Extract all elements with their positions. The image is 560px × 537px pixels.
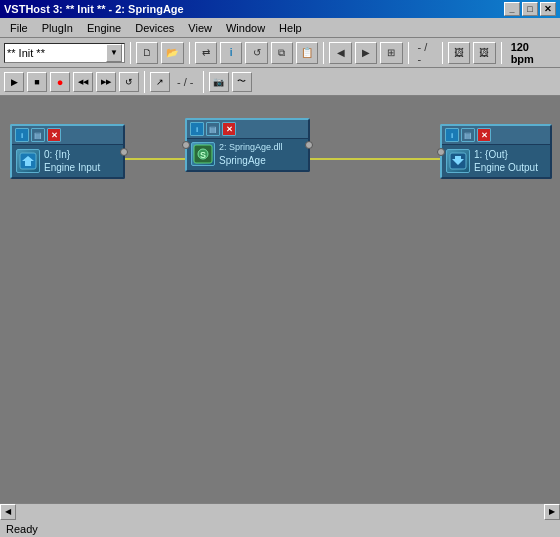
engine-input-num: 0: {In} (44, 148, 100, 161)
engine-input-info-icon[interactable]: i (15, 128, 29, 142)
spring-age-body: S 2: SpringAge.dll SpringAge (187, 139, 308, 170)
spring-age-close-icon[interactable]: ✕ (222, 122, 236, 136)
menu-engine[interactable]: Engine (81, 20, 127, 36)
extra1-button[interactable]: ⊞ (380, 42, 402, 64)
maximize-button[interactable]: □ (522, 2, 538, 16)
engine-input-text: Engine Input (44, 161, 100, 174)
sep7 (144, 71, 145, 93)
spring-age-connector-right[interactable] (305, 141, 313, 149)
engine-output-edit-icon[interactable]: ▤ (461, 128, 475, 142)
svg-text:S: S (200, 150, 206, 160)
spring-age-edit-icon[interactable]: ▤ (206, 122, 220, 136)
toolbar-2: ▶ ■ ● ◀◀ ▶▶ ↺ ↗ - / - 📷 〜 (0, 68, 560, 96)
info-button[interactable]: i (220, 42, 242, 64)
spring-age-icon: S (191, 142, 215, 166)
title-bar: VSTHost 3: ** Init ** - 2: SpringAge _ □… (0, 0, 560, 18)
sep3 (323, 42, 324, 64)
engine-output-icons: i ▤ ✕ (445, 128, 491, 142)
bpm-display: 120 bpm (507, 39, 556, 67)
spring-age-connector-left[interactable] (182, 141, 190, 149)
engine-input-icons: i ▤ ✕ (15, 128, 61, 142)
engine-output-num: 1: {Out} (474, 148, 538, 161)
spring-age-text: SpringAge (219, 154, 283, 167)
camera-button[interactable]: 📷 (209, 72, 229, 92)
status-text: Ready (6, 523, 38, 535)
fastforward-button[interactable]: ▶▶ (96, 72, 116, 92)
engine-input-icon (16, 149, 40, 173)
forward-button[interactable]: ▶ (355, 42, 377, 64)
copy-button[interactable]: ⧉ (271, 42, 293, 64)
menu-file[interactable]: File (4, 20, 34, 36)
engine-output-label: 1: {Out} Engine Output (474, 148, 538, 174)
engine-output-icon (446, 149, 470, 173)
spring-age-header: i ▤ ✕ (187, 120, 308, 139)
rewind-button[interactable]: ◀◀ (73, 72, 93, 92)
engine-output-header: i ▤ ✕ (442, 126, 550, 145)
window-title: VSTHost 3: ** Init ** - 2: SpringAge (4, 3, 184, 15)
preset-label: ** Init ** (7, 47, 45, 59)
spring-age-num: 2: SpringAge.dll (219, 142, 283, 154)
pos2-label: - / - (173, 76, 198, 88)
close-button[interactable]: ✕ (540, 2, 556, 16)
open-button[interactable]: 📂 (161, 42, 183, 64)
engine-input-edit-icon[interactable]: ▤ (31, 128, 45, 142)
spring-age-label: 2: SpringAge.dll SpringAge (219, 142, 283, 167)
image2-button[interactable]: 🖼 (473, 42, 495, 64)
play-button[interactable]: ▶ (4, 72, 24, 92)
sep8 (203, 71, 204, 93)
engine-output-info-icon[interactable]: i (445, 128, 459, 142)
paste-button[interactable]: 📋 (296, 42, 318, 64)
loop-transport-button[interactable]: ↺ (119, 72, 139, 92)
engine-input-body: 0: {In} Engine Input (12, 145, 123, 177)
pos-label: - / - (414, 41, 437, 65)
minimize-button[interactable]: _ (504, 2, 520, 16)
export-button[interactable]: ↗ (150, 72, 170, 92)
engine-output-node: i ▤ ✕ 1: {Out} Engine Output (440, 124, 552, 179)
preset-dropdown-arrow[interactable]: ▼ (106, 44, 122, 62)
spring-age-info-icon[interactable]: i (190, 122, 204, 136)
engine-input-connector-right[interactable] (120, 148, 128, 156)
back-button[interactable]: ◀ (329, 42, 351, 64)
engine-output-connector-left[interactable] (437, 148, 445, 156)
engine-output-close-icon[interactable]: ✕ (477, 128, 491, 142)
menu-bar: File PlugIn Engine Devices View Window H… (0, 18, 560, 38)
sep6 (501, 42, 502, 64)
menu-help[interactable]: Help (273, 20, 308, 36)
spring-age-icons: i ▤ ✕ (190, 122, 236, 136)
scroll-right-button[interactable]: ▶ (544, 504, 560, 520)
spring-age-node: i ▤ ✕ S 2: SpringAge.dll SpringAge (185, 118, 310, 172)
toolbar-1: ** Init ** ▼ 🗋 📂 ⇄ i ↺ ⧉ 📋 ◀ ▶ ⊞ - / - 🖼… (0, 38, 560, 68)
status-bar: Ready (0, 519, 560, 537)
sep4 (408, 42, 409, 64)
engine-input-close-icon[interactable]: ✕ (47, 128, 61, 142)
record-button[interactable]: ● (50, 72, 70, 92)
sep2 (189, 42, 190, 64)
canvas-inner: i ▤ ✕ 0: {In} Engine Input (0, 96, 560, 503)
menu-plugin[interactable]: PlugIn (36, 20, 79, 36)
menu-view[interactable]: View (182, 20, 218, 36)
engine-output-text: Engine Output (474, 161, 538, 174)
wave-button[interactable]: 〜 (232, 72, 252, 92)
engine-input-header: i ▤ ✕ (12, 126, 123, 145)
menu-window[interactable]: Window (220, 20, 271, 36)
window-controls: _ □ ✕ (504, 2, 556, 16)
preset-dropdown[interactable]: ** Init ** ▼ (4, 43, 125, 63)
connect-button[interactable]: ⇄ (195, 42, 217, 64)
stop-button[interactable]: ■ (27, 72, 47, 92)
sep5 (442, 42, 443, 64)
sep1 (130, 42, 131, 64)
scroll-track[interactable] (16, 504, 544, 520)
engine-input-node: i ▤ ✕ 0: {In} Engine Input (10, 124, 125, 179)
engine-output-body: 1: {Out} Engine Output (442, 145, 550, 177)
menu-devices[interactable]: Devices (129, 20, 180, 36)
scroll-left-button[interactable]: ◀ (0, 504, 16, 520)
horizontal-scrollbar: ◀ ▶ (0, 503, 560, 519)
canvas-area: i ▤ ✕ 0: {In} Engine Input (0, 96, 560, 503)
new-button[interactable]: 🗋 (136, 42, 158, 64)
image1-button[interactable]: 🖼 (448, 42, 470, 64)
loop-button[interactable]: ↺ (245, 42, 267, 64)
engine-input-label: 0: {In} Engine Input (44, 148, 100, 174)
